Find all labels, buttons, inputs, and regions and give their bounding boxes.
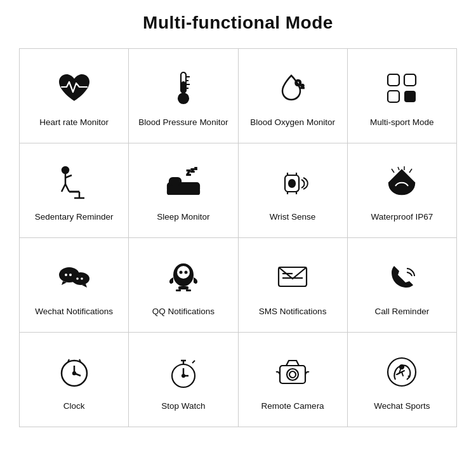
call-icon [380,255,424,300]
camera-icon [270,350,315,394]
grid-cell-0-3: Multi-sport Mode [348,49,456,143]
grid-cell-3-0: Clock [20,333,129,427]
svg-point-48 [182,280,188,285]
grid-cell-3-2: Remote Camera [239,333,348,427]
svg-point-45 [179,270,182,274]
grid-row-1: Sedentary Reminder Z Z z Sleep Monitor W… [20,143,456,238]
grid-cell-3-1: Stop Watch [129,333,238,427]
svg-point-1 [178,93,188,103]
svg-point-46 [184,270,187,274]
svg-point-13 [62,167,69,173]
thermometer-icon [161,66,206,110]
svg-line-36 [409,169,412,173]
cell-label-1-2: Wrist Sense [270,211,316,223]
clock-icon [52,350,96,394]
grid-cell-2-3: Call Reminder [348,238,456,332]
svg-line-17 [65,184,69,192]
sedentary-icon [52,161,96,205]
grid-cell-2-1: QQ Notifications [129,238,238,332]
svg-point-39 [69,274,72,276]
wechat-icon [52,255,96,300]
svg-text:Z: Z [187,169,190,176]
grid-cell-0-1: Blood Pressure Monitor [129,49,238,143]
wrist-sense-icon [270,161,315,205]
svg-point-38 [65,274,67,276]
grid-cell-3-3: Wechat Sports [348,333,456,427]
svg-point-60 [73,372,76,375]
svg-rect-12 [404,91,416,102]
heart-rate-icon [52,66,96,110]
grid-cell-2-0: Wechat Notifications [20,238,129,332]
cell-label-2-3: Call Reminder [375,306,430,318]
wechat-sports-icon [380,350,424,394]
multi-sport-icon [380,66,424,110]
cell-label-1-0: Sedentary Reminder [35,211,114,223]
waterproof-icon [380,161,424,205]
svg-text:z: z [195,166,197,170]
svg-point-42 [81,277,83,280]
svg-point-70 [289,371,296,378]
cell-label-3-3: Wechat Sports [374,401,430,413]
cell-label-2-0: Wechat Notifications [35,306,113,318]
svg-line-33 [392,169,394,173]
grid-cell-1-1: Z Z z Sleep Monitor [129,143,238,237]
sms-icon [270,255,315,300]
svg-point-69 [287,369,298,380]
svg-line-64 [192,361,195,363]
svg-rect-51 [186,289,191,291]
svg-point-67 [182,375,185,377]
svg-point-32 [289,180,295,187]
svg-line-73 [397,373,399,375]
svg-rect-2 [182,82,185,93]
svg-rect-22 [168,189,199,194]
grid-cell-1-0: Sedentary Reminder [20,143,129,237]
cell-label-0-0: Heart rate Monitor [39,117,109,129]
grid-cell-1-2: Wrist Sense [239,143,348,237]
svg-line-16 [62,184,65,192]
grid-row-2: Wechat Notifications QQ Notifications SM… [20,238,456,333]
cell-label-3-2: Remote Camera [261,401,324,413]
feature-grid: Heart rate Monitor Blood Pressure Monito… [19,48,457,427]
svg-point-44 [177,266,190,279]
svg-point-72 [400,365,404,369]
cell-label-0-3: Multi-sport Mode [370,117,434,129]
grid-cell-0-2: O 2 Blood Oxygen Monitor [239,49,348,143]
svg-rect-10 [404,74,416,86]
sleep-icon: Z Z z [161,161,206,205]
svg-rect-49 [178,286,188,289]
svg-point-41 [76,277,79,280]
svg-rect-11 [388,91,399,102]
cell-label-3-1: Stop Watch [161,401,205,413]
svg-point-40 [72,272,89,285]
cell-label-2-1: QQ Notifications [152,306,215,318]
cell-label-3-0: Clock [63,401,85,413]
svg-line-74 [402,371,404,372]
grid-cell-1-3: Waterproof IP67 [348,143,456,237]
svg-rect-9 [388,74,399,86]
grid-row-0: Heart rate Monitor Blood Pressure Monito… [20,49,456,143]
svg-text:2: 2 [301,83,304,90]
cell-label-0-1: Blood Pressure Monitor [138,117,228,129]
grid-cell-0-0: Heart rate Monitor [20,49,129,143]
cell-label-0-2: Blood Oxygen Monitor [250,117,335,129]
svg-rect-23 [169,178,181,185]
svg-line-15 [65,175,72,178]
svg-rect-50 [176,289,181,291]
cell-label-1-1: Sleep Monitor [157,211,209,223]
cell-label-1-3: Waterproof IP67 [371,211,433,223]
qq-icon [161,255,206,300]
stopwatch-icon [161,350,206,394]
grid-row-3: Clock Stop Watch Remote Camera Wechat Sp… [20,333,456,427]
page-title: Multi-functional Mode [143,13,333,33]
blood-oxygen-icon: O 2 [270,66,315,110]
svg-line-34 [398,167,399,170]
grid-cell-2-2: SMS Notifications [239,238,348,332]
svg-text:Z: Z [191,168,194,173]
cell-label-2-2: SMS Notifications [259,306,327,318]
svg-text:O: O [295,79,301,88]
